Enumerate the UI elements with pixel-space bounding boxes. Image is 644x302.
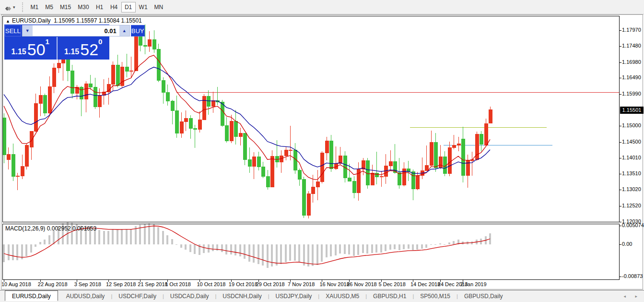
date-axis-label: 10 Oct 2018	[197, 281, 226, 287]
date-axis-tick	[231, 280, 232, 282]
price-axis-tick	[620, 190, 621, 190]
chart-tab-usdchf-daily[interactable]: USDCHF,Daily	[112, 292, 163, 301]
price-axis-label: 1.17480	[622, 43, 644, 48]
chart-tab-audusd-daily[interactable]: AUDUSD,Daily	[60, 292, 111, 301]
chart-title: ▲EURUSD,Daily 1.15095 1.15597 1.15084 1.…	[6, 17, 142, 24]
chart-tab-eurusd-daily[interactable]: EURUSD,Daily	[5, 290, 58, 301]
date-axis-tick	[258, 280, 259, 282]
date-axis-tick	[140, 280, 141, 282]
price-axis-tick	[620, 206, 621, 206]
tab-scroll-right-icon[interactable]: ▸	[635, 294, 637, 299]
date-axis-tick	[413, 280, 413, 282]
price-axis-label: 1.13510	[622, 170, 644, 176]
date-axis-label: 1 Oct 2018	[165, 281, 191, 287]
macd-axis-label: 0.00	[622, 241, 644, 247]
bid-price-big: 50	[27, 41, 46, 58]
macd-axis-tick	[620, 226, 621, 226]
volume-stepper: ▼ ▲	[22, 25, 130, 36]
date-axis-tick	[290, 280, 291, 282]
price-axis-tick	[620, 62, 621, 63]
macd-indicator-label: MACD(12,26,9) 0.002952 0.001653	[5, 225, 96, 232]
price-axis-tick	[620, 174, 621, 174]
date-axis-tick	[463, 280, 463, 282]
date-axis-label: 16 Nov 2018	[319, 281, 349, 287]
current-price-tag: 1.15501	[620, 107, 644, 114]
price-axis-label: 1.14010	[622, 155, 644, 160]
mt4-window: ▾ M1M5M15M30H1H4D1W1MN ▲EURUSD,Daily 1.1…	[0, 0, 644, 302]
date-axis-label: 2 Jan 2019	[460, 281, 486, 287]
ask-price-prefix: 1.15	[64, 48, 79, 56]
date-axis-label: 14 Dec 2018	[410, 281, 440, 287]
chart-tab-usdcad-daily[interactable]: USDCAD,Daily	[164, 292, 215, 301]
date-axis-label: 7 Nov 2018	[288, 281, 315, 287]
chart-tab-sp500-m15[interactable]: SP500,M15	[414, 292, 457, 301]
macd-axis-label: 0.005074	[622, 222, 644, 228]
date-axis-label: 3 Sep 2018	[74, 281, 101, 287]
price-axis-tick	[620, 222, 621, 222]
date-axis-tick	[77, 280, 77, 282]
date-axis-tick	[4, 280, 4, 282]
bid-price-display[interactable]: 1.15 50 1	[4, 37, 57, 60]
price-axis-label: 1.13020	[622, 186, 644, 192]
date-axis-tick	[40, 280, 41, 282]
chart-tab-usdcnh-daily[interactable]: USDCNH,Daily	[216, 292, 268, 301]
chart-symbol-label: EURUSD,Daily	[12, 17, 51, 24]
chart-tab-bar: EURUSD,DailyAUDUSD,Daily|USDCHF,Daily|US…	[0, 290, 644, 302]
price-axis-label: 1.16490	[622, 74, 644, 80]
macd-axis-tick	[620, 277, 621, 277]
price-axis-label: 1.12520	[622, 203, 644, 208]
volume-increase-button[interactable]: ▲	[119, 25, 129, 36]
date-axis-label: 26 Nov 2018	[347, 281, 376, 287]
chart-tab-usdjpy-daily[interactable]: USDJPY,Daily	[269, 292, 318, 301]
bid-price-sup: 1	[46, 37, 49, 46]
date-axis-label: 10 Aug 2018	[1, 281, 31, 287]
date-axis-label: 5 Dec 2018	[379, 281, 406, 287]
price-axis-label: 1.16980	[622, 59, 644, 65]
price-axis-tick	[620, 142, 621, 143]
date-axis-tick	[108, 280, 109, 282]
price-axis-label: 1.17970	[622, 27, 644, 33]
collapse-marker-icon[interactable]: ▲	[6, 19, 10, 24]
tab-scroll-left-icon[interactable]: ◂	[623, 294, 626, 299]
price-axis-tick	[620, 46, 621, 47]
price-axis-label: 1.15000	[622, 122, 644, 128]
price-axis-tick	[620, 30, 621, 31]
date-axis-label: 21 Sep 2018	[138, 281, 167, 287]
date-axis-tick	[440, 280, 441, 282]
date-axis-label: 19 Oct 2018	[229, 281, 258, 287]
macd-axis-tick	[620, 244, 621, 245]
date-axis-tick	[199, 280, 200, 282]
date-axis-tick	[167, 280, 168, 282]
bid-price-prefix: 1.15	[12, 48, 26, 56]
price-axis-tick	[620, 158, 621, 158]
price-axis-tick	[620, 126, 621, 126]
sell-button[interactable]: SELL	[5, 25, 21, 36]
price-axis-tick	[620, 78, 621, 78]
macd-axis-label: -0.00873	[622, 273, 644, 279]
chart-tab-xauusd-m5[interactable]: XAUUSD,M5	[319, 292, 365, 301]
ask-price-big: 52	[80, 41, 98, 58]
one-click-trading-panel: SELL ▼ ▲ BUY 1.15 50 1 1.15 52 0	[4, 24, 109, 60]
price-axis-label: 1.14500	[622, 139, 644, 145]
date-axis-tick	[322, 280, 322, 282]
chart-tab-gbpusd-daily[interactable]: GBPUSD,Daily	[458, 292, 509, 301]
volume-decrease-button[interactable]: ▼	[23, 25, 33, 36]
buy-button[interactable]: BUY	[131, 25, 145, 36]
chart-ohlc-values: 1.15095 1.15597 1.15084 1.15501	[54, 17, 142, 24]
ask-price-sup: 0	[98, 37, 102, 46]
volume-input[interactable]	[33, 25, 119, 36]
chart-tab-gbpusd-h1[interactable]: GBPUSD,H1	[367, 292, 412, 301]
date-axis-tick	[349, 280, 350, 282]
date-axis-label: 29 Oct 2018	[256, 281, 285, 287]
ask-price-display[interactable]: 1.15 52 0	[58, 37, 110, 60]
date-axis-label: 12 Sep 2018	[106, 281, 136, 287]
date-axis-label: 22 Aug 2018	[38, 281, 68, 287]
date-axis-tick	[381, 280, 382, 282]
price-axis-label: 1.15990	[622, 91, 644, 97]
price-axis-tick	[620, 94, 621, 95]
